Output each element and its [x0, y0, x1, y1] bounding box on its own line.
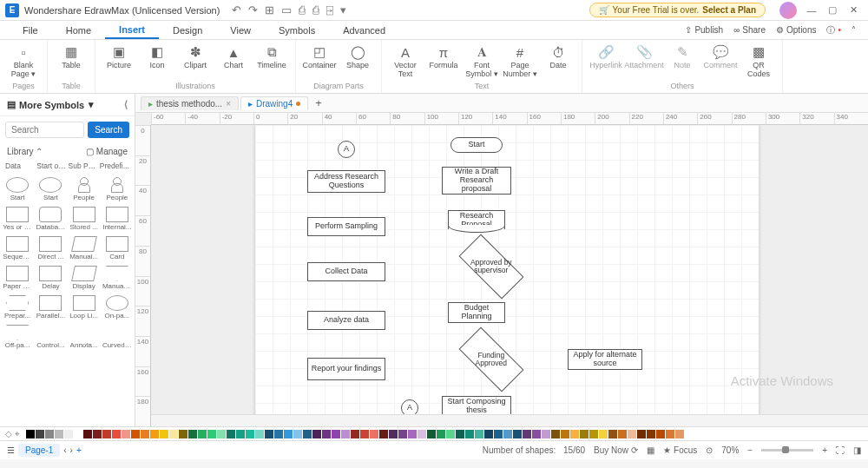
node-compose[interactable]: Start Composing thesis — [442, 396, 511, 414]
color-swatch[interactable] — [456, 430, 464, 438]
page[interactable]: A Address Research Questions Perform Sam… — [255, 125, 759, 414]
color-swatch[interactable] — [437, 430, 445, 438]
color-swatch[interactable] — [255, 430, 264, 438]
fullscreen-button[interactable]: ⛶ — [836, 445, 845, 455]
color-swatch[interactable] — [45, 430, 54, 438]
library-label[interactable]: Library ⌃ — [7, 147, 43, 156]
color-swatch[interactable] — [551, 430, 560, 438]
shape-database[interactable]: Database — [35, 205, 66, 233]
ribbon-attachment[interactable]: 📎Attachment — [626, 42, 662, 72]
color-swatch[interactable] — [484, 430, 493, 438]
shape-curved[interactable]: Curved ... — [102, 323, 133, 351]
close-button[interactable]: ✕ — [844, 3, 863, 18]
ribbon-vector[interactable]: AVectorText — [387, 42, 424, 81]
options-button[interactable]: ⚙Options — [773, 23, 819, 36]
doc-tab-1[interactable]: ▸ thesis methodo... × — [141, 96, 239, 110]
shape-parallel[interactable]: Parallel... — [35, 293, 66, 321]
close-tab-icon[interactable]: × — [226, 99, 231, 109]
menu-design[interactable]: Design — [159, 23, 216, 38]
color-swatch[interactable] — [475, 430, 483, 438]
shape-loopli[interactable]: Loop Li... — [69, 293, 100, 321]
node-alternate[interactable]: Apply for alternate source — [568, 349, 642, 370]
print-icon[interactable]: ⎙ — [312, 3, 319, 16]
shape-manual[interactable]: Manual ... — [102, 264, 133, 292]
node-budget[interactable]: Budget Planning — [448, 302, 505, 323]
color-swatch[interactable] — [55, 430, 63, 438]
zoom-out-button[interactable]: − — [747, 445, 753, 455]
color-swatch[interactable] — [599, 430, 608, 438]
color-swatch[interactable] — [322, 430, 331, 438]
color-swatch[interactable] — [284, 430, 293, 438]
ribbon-timeline[interactable]: ⧉Timeline — [253, 42, 290, 72]
color-swatch[interactable] — [36, 430, 44, 438]
search-input[interactable] — [5, 122, 84, 138]
ribbon-page[interactable]: #PageNumber ▾ — [502, 42, 538, 81]
color-swatch[interactable] — [379, 430, 388, 438]
shape-people[interactable]: People — [102, 175, 133, 203]
color-swatch[interactable] — [169, 430, 178, 438]
ribbon-shape[interactable]: ◯Shape — [339, 42, 376, 72]
collapse-ribbon-button[interactable]: ˄ — [848, 23, 859, 36]
node-report[interactable]: Report your findings — [307, 358, 385, 380]
color-swatch[interactable] — [303, 430, 312, 438]
grid-toggle[interactable]: ▦ — [647, 445, 654, 455]
buy-now-link[interactable]: Buy Now ⟳ — [594, 445, 638, 455]
save-icon[interactable]: ⎙ — [299, 3, 306, 16]
color-swatch[interactable] — [675, 430, 684, 438]
color-swatch[interactable] — [427, 430, 436, 438]
panel-toggle[interactable]: ◨ — [853, 445, 861, 455]
maximize-button[interactable]: ▢ — [823, 3, 842, 18]
shape-internal[interactable]: Internal... — [102, 205, 133, 233]
shape-annota[interactable]: Annota... — [69, 323, 100, 351]
color-swatch[interactable] — [647, 430, 655, 438]
chevron-down-icon[interactable]: ▾ — [89, 99, 94, 110]
color-swatch[interactable] — [370, 430, 378, 438]
menu-symbols[interactable]: Symbols — [265, 23, 329, 38]
node-collect[interactable]: Collect Data — [307, 262, 385, 281]
shape-yesorno[interactable]: Yes or No — [2, 205, 33, 233]
connector-a2[interactable]: A — [401, 399, 418, 414]
ribbon-comment[interactable]: 💬Comment — [702, 42, 739, 72]
prev-page-button[interactable]: ‹ — [63, 445, 66, 455]
color-swatch[interactable] — [93, 430, 102, 438]
ribbon-font[interactable]: 𝐀FontSymbol ▾ — [464, 42, 500, 81]
color-swatch[interactable] — [589, 430, 598, 438]
color-swatch[interactable] — [398, 430, 407, 438]
shape-papert[interactable]: Paper T... — [2, 264, 33, 292]
ribbon-chart[interactable]: ▲Chart — [215, 42, 252, 72]
color-swatch[interactable] — [418, 430, 426, 438]
color-swatch[interactable] — [102, 430, 111, 438]
color-swatch[interactable] — [312, 430, 321, 438]
color-swatch[interactable] — [293, 430, 302, 438]
color-swatch[interactable] — [236, 430, 245, 438]
ribbon-container[interactable]: ◰Container — [301, 42, 338, 72]
page-tab[interactable]: Page-1 — [18, 444, 60, 457]
color-swatch[interactable] — [494, 430, 503, 438]
ribbon-table[interactable]: ▦Table — [53, 42, 89, 72]
color-swatch[interactable] — [122, 430, 130, 438]
manage-button[interactable]: ▢ Manage — [86, 147, 128, 156]
undo-icon[interactable]: ↶ — [232, 3, 241, 16]
eyedropper-icon[interactable]: ⌖ — [15, 429, 20, 439]
color-swatch[interactable] — [360, 430, 369, 438]
shape-start[interactable]: Start — [2, 175, 33, 203]
canvas[interactable]: A Address Research Questions Perform Sam… — [151, 125, 868, 414]
ribbon-blank[interactable]: ▫BlankPage ▾ — [5, 42, 42, 81]
help-button[interactable]: ⓘ• — [823, 23, 845, 38]
node-sampling[interactable]: Perform Sampling — [307, 217, 385, 236]
color-swatch[interactable] — [26, 430, 35, 438]
color-swatch[interactable] — [656, 430, 665, 438]
publish-button[interactable]: ⇪Publish — [681, 23, 727, 36]
color-swatch[interactable] — [332, 430, 340, 438]
menu-file[interactable]: File — [9, 23, 52, 38]
color-swatch[interactable] — [503, 430, 512, 438]
ribbon-formula[interactable]: πFormula — [425, 42, 462, 72]
focus-toggle[interactable]: ★ Focus — [663, 445, 697, 455]
zoom-in-button[interactable]: + — [822, 445, 827, 455]
ribbon-note[interactable]: ✎Note — [664, 42, 700, 72]
shape-display[interactable]: Display — [69, 264, 100, 292]
no-fill-icon[interactable]: ◇ — [5, 429, 12, 439]
shape-sequen[interactable]: Sequen... — [2, 234, 33, 262]
minimize-button[interactable]: — — [802, 3, 821, 18]
color-swatch[interactable] — [532, 430, 541, 438]
